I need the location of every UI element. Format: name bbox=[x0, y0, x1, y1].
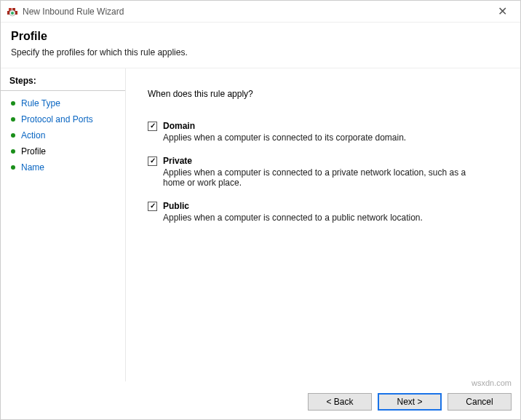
cancel-button[interactable]: Cancel bbox=[448, 393, 512, 411]
bullet-icon bbox=[11, 133, 15, 138]
step-label: Name bbox=[21, 162, 44, 173]
svg-point-7 bbox=[11, 12, 14, 15]
step-label: Action bbox=[21, 130, 45, 140]
back-button[interactable]: < Back bbox=[308, 393, 372, 411]
question-text: When does this rule apply? bbox=[148, 89, 498, 99]
titlebar: New Inbound Rule Wizard ✕ bbox=[1, 1, 520, 23]
option-description: Applies when a computer is connected to … bbox=[163, 132, 476, 143]
page-subtitle: Specify the profiles for which this rule… bbox=[11, 47, 510, 58]
bullet-icon bbox=[11, 117, 15, 122]
option-description: Applies when a computer is connected to … bbox=[163, 167, 476, 188]
wizard-buttons: < Back Next > Cancel bbox=[308, 393, 512, 411]
bullet-icon bbox=[11, 165, 15, 170]
checkbox-private[interactable]: ✓ bbox=[148, 156, 157, 166]
option-domain: ✓ Domain Applies when a computer is conn… bbox=[148, 121, 498, 143]
close-icon[interactable]: ✕ bbox=[490, 3, 514, 20]
step-rule-type[interactable]: Rule Type bbox=[1, 95, 125, 111]
firewall-icon bbox=[7, 6, 18, 17]
bullet-icon bbox=[11, 149, 15, 154]
next-button[interactable]: Next > bbox=[378, 393, 442, 411]
step-name[interactable]: Name bbox=[1, 159, 125, 175]
option-private: ✓ Private Applies when a computer is con… bbox=[148, 156, 498, 188]
window-title: New Inbound Rule Wizard bbox=[23, 7, 124, 17]
steps-sidebar: Steps: Rule Type Protocol and Ports Acti… bbox=[1, 68, 126, 381]
step-label: Profile bbox=[21, 146, 46, 156]
option-label: Public bbox=[163, 201, 189, 211]
content-pane: When does this rule apply? ✓ Domain Appl… bbox=[126, 68, 520, 381]
main-area: Steps: Rule Type Protocol and Ports Acti… bbox=[1, 68, 520, 381]
watermark: wsxdn.com bbox=[472, 379, 512, 387]
step-label: Protocol and Ports bbox=[21, 114, 93, 124]
steps-title: Steps: bbox=[1, 73, 125, 91]
option-description: Applies when a computer is connected to … bbox=[163, 213, 476, 223]
step-label: Rule Type bbox=[21, 98, 60, 108]
option-public: ✓ Public Applies when a computer is conn… bbox=[148, 201, 498, 223]
option-label: Domain bbox=[163, 121, 195, 131]
page-header: Profile Specify the profiles for which t… bbox=[1, 23, 520, 68]
page-title: Profile bbox=[11, 30, 510, 43]
checkbox-domain[interactable]: ✓ bbox=[148, 122, 157, 131]
step-action[interactable]: Action bbox=[1, 127, 125, 143]
step-profile[interactable]: Profile bbox=[1, 143, 125, 159]
bullet-icon bbox=[11, 101, 15, 106]
option-label: Private bbox=[163, 156, 192, 166]
step-protocol-and-ports[interactable]: Protocol and Ports bbox=[1, 111, 125, 127]
checkbox-public[interactable]: ✓ bbox=[148, 202, 157, 211]
